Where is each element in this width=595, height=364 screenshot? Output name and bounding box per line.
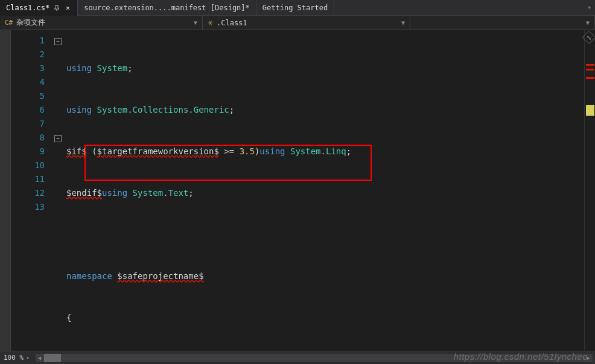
chevron-down-icon: ▼ <box>586 19 590 26</box>
line-number: 11 <box>11 172 45 186</box>
tab-manifest[interactable]: source.extension....manifest [Design]* <box>78 0 256 16</box>
nav-scope-dropdown[interactable]: C# 杂项文件 ▼ <box>0 16 203 30</box>
split-icon[interactable]: ⤡ <box>582 31 595 45</box>
chevron-down-icon: ▼ <box>194 19 197 26</box>
line-number: 9 <box>11 145 45 158</box>
tab-class1[interactable]: Class1.cs* ✕ <box>0 0 78 16</box>
keyword: namespace <box>66 271 112 281</box>
line-number: 7 <box>11 117 45 131</box>
type: System <box>97 63 128 73</box>
zoom-value: 100 % <box>4 354 24 362</box>
tab-label: source.extension....manifest [Design]* <box>84 4 250 12</box>
editor-area: 1 2 3 4 5 6 7 8 9 10 11 12 13 − − using … <box>0 30 595 351</box>
close-icon[interactable]: ✕ <box>64 4 71 11</box>
type: Collections <box>133 105 189 115</box>
tabs-overflow[interactable]: ▾ <box>587 4 595 11</box>
type: System <box>133 188 164 198</box>
code-nav-bar: C# 杂项文件 ▼ ⚹ .Class1 ▼ ▼ <box>0 16 595 30</box>
line-number-gutter: 1 2 3 4 5 6 7 8 9 10 11 12 13 <box>11 30 54 351</box>
line-number: 4 <box>11 75 45 89</box>
line-number: 6 <box>11 103 45 117</box>
overview-ruler[interactable]: ⤡ <box>584 30 595 351</box>
code-editor[interactable]: 1 2 3 4 5 6 7 8 9 10 11 12 13 − − using … <box>11 30 595 351</box>
scroll-right-icon[interactable]: ▶ <box>584 354 593 362</box>
line-number: 2 <box>11 48 45 61</box>
annotation-box <box>84 145 372 181</box>
nav-member-dropdown[interactable]: ⚹ .Class1 ▼ <box>203 16 410 30</box>
chevron-down-icon: ▾ <box>26 355 29 361</box>
token: $endif$ <box>66 188 102 198</box>
document-tabs: Class1.cs* ✕ source.extension....manifes… <box>0 0 595 16</box>
type: Generic <box>194 105 229 115</box>
line-number: 13 <box>11 200 45 214</box>
error-mark[interactable] <box>586 64 594 66</box>
line-number: 5 <box>11 89 45 103</box>
token: $safeprojectname$ <box>117 271 203 281</box>
scroll-left-icon[interactable]: ◀ <box>36 354 44 362</box>
csharp-icon: C# <box>5 19 13 27</box>
status-bar: 100 % ▾ ◀ ▶ https://blog.csdn.net/51lync… <box>0 351 595 364</box>
keyword: using <box>66 105 92 115</box>
fold-toggle[interactable]: − <box>54 38 62 45</box>
tab-getting-started[interactable]: Getting Started <box>256 0 334 16</box>
nav-empty-dropdown[interactable]: ▼ <box>410 16 595 30</box>
tab-label: Getting Started <box>262 4 328 12</box>
pin-icon[interactable] <box>53 4 60 11</box>
change-mark[interactable] <box>586 105 594 116</box>
brace: { <box>66 313 71 322</box>
error-mark[interactable] <box>586 77 594 79</box>
horizontal-scrollbar[interactable]: ◀ ▶ <box>36 354 593 362</box>
zoom-control[interactable]: 100 % ▾ <box>0 354 33 362</box>
chevron-down-icon: ▼ <box>401 19 405 26</box>
fold-toggle[interactable]: − <box>54 135 62 142</box>
keyword: using <box>102 188 127 198</box>
token: $if$ <box>66 146 87 156</box>
line-number: 1 <box>11 34 45 48</box>
error-mark[interactable] <box>586 69 594 71</box>
line-number: 3 <box>11 61 45 75</box>
scroll-thumb[interactable] <box>44 354 61 362</box>
left-margin <box>0 30 11 351</box>
type: Text <box>168 188 189 198</box>
tab-label: Class1.cs* <box>6 4 49 12</box>
keyword: using <box>66 63 92 73</box>
line-number: 10 <box>11 158 45 172</box>
type: System <box>97 105 128 115</box>
line-number: 12 <box>11 186 45 200</box>
nav-member-label: .Class1 <box>217 19 247 27</box>
nav-scope-label: 杂项文件 <box>16 17 45 28</box>
fold-column: − − <box>54 30 66 351</box>
line-number: 8 <box>11 131 45 145</box>
code-content[interactable]: using System; using System.Collections.G… <box>66 30 584 351</box>
class-icon: ⚹ <box>208 19 213 27</box>
